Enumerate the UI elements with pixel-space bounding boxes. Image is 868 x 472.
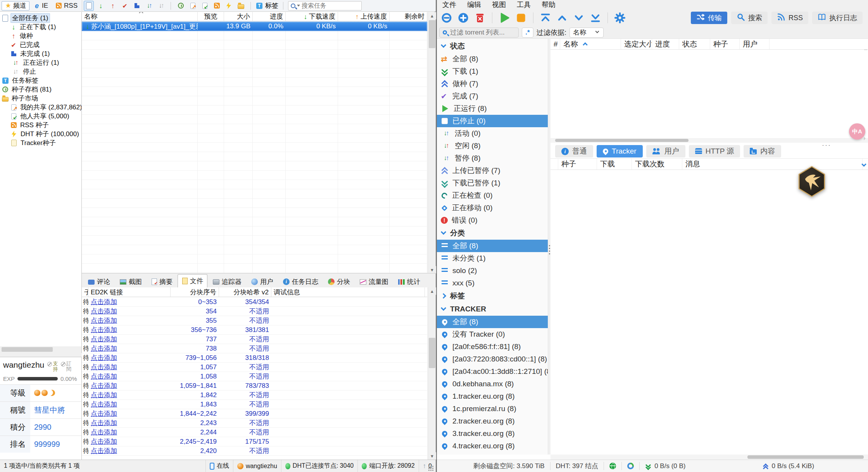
column-header[interactable]: 状态: [679, 39, 710, 49]
tracker-torrents-button[interactable]: [236, 1, 246, 11]
ed2k-add-link[interactable]: 点击添加: [91, 410, 117, 417]
tree-item[interactable]: 种子存档 (81): [0, 85, 81, 94]
stop-button[interactable]: [514, 11, 528, 24]
sidebar-item[interactable]: 5.45.69.185 (4): [437, 452, 548, 455]
scrollbar-thumb[interactable]: [2, 347, 53, 352]
column-header[interactable]: 消息: [682, 159, 863, 169]
column-header[interactable]: 选定大小: [621, 39, 652, 49]
tree-item[interactable]: 做种: [0, 31, 81, 40]
detail-tab-user[interactable]: 用户: [247, 276, 278, 287]
tree-horizontal-scrollbar[interactable]: [0, 346, 82, 353]
user-stat-value[interactable]: 彗星中將: [30, 405, 65, 415]
tree-item[interactable]: 正在下载 (1): [0, 22, 81, 31]
tree-item[interactable]: 全部任务 (1): [0, 14, 81, 22]
ed2k-add-link[interactable]: 点击添加: [91, 401, 117, 408]
stopped-filter-button[interactable]: [156, 1, 166, 11]
sidebar-item[interactable]: 3.tracker.eu.org (8): [437, 427, 548, 440]
scrollbar-thumb[interactable]: [747, 455, 864, 459]
others-share-button[interactable]: [200, 1, 210, 11]
tree-item[interactable]: 任务标签: [0, 76, 81, 85]
sidebar-item[interactable]: 正在移动 (0): [437, 202, 548, 214]
sidebar-item[interactable]: 2.tracker.eu.org (8): [437, 415, 548, 427]
column-header[interactable]: 剩余时: [390, 12, 427, 21]
download-filter-button[interactable]: [96, 1, 106, 11]
regex-toggle-button[interactable]: .*: [522, 28, 533, 38]
column-header[interactable]: 预览: [198, 12, 224, 21]
sidebar-section-TRACKER[interactable]: TRACKER: [437, 303, 548, 316]
tree-item[interactable]: 未完成 (1): [0, 49, 81, 58]
scroll-up-arrow[interactable]: ▲: [428, 287, 436, 295]
tree-item[interactable]: RSS 种子: [0, 121, 81, 130]
ed2k-add-link[interactable]: 点击添加: [91, 345, 117, 352]
sidebar-section-状态[interactable]: 状态: [437, 40, 548, 53]
detail-tab-log[interactable]: 任务日志: [278, 276, 323, 287]
qb-tab-HTTP 源[interactable]: HTTP 源: [689, 145, 740, 157]
menu-工具[interactable]: 工具: [511, 0, 536, 9]
menu-编辑[interactable]: 编辑: [462, 0, 487, 9]
detail-tab-stats[interactable]: 统计: [393, 276, 425, 287]
sidebar-item[interactable]: 正运行 (8): [437, 102, 548, 115]
tree-item[interactable]: DHT 种子 (100,000): [0, 130, 81, 138]
column-header[interactable]: 种子: [710, 39, 740, 49]
scroll-up-arrow[interactable]: ▲: [428, 12, 436, 19]
column-header[interactable]: 子: [82, 287, 88, 297]
ed2k-add-link[interactable]: 点击添加: [91, 298, 117, 306]
sidebar-item[interactable]: 暂停 (8): [437, 152, 548, 164]
column-header[interactable]: 分块哈希 v2: [219, 287, 271, 297]
sidebar-item[interactable]: 空闲 (8): [437, 140, 548, 152]
column-header[interactable]: 用户: [740, 39, 770, 49]
move-down-button[interactable]: [572, 11, 585, 24]
detail-tab-graph[interactable]: 流量图: [355, 276, 393, 287]
ed2k-add-link[interactable]: 点击添加: [91, 438, 117, 445]
sidebar-item[interactable]: 全部 (8): [437, 240, 548, 252]
move-bottom-button[interactable]: [589, 11, 602, 24]
unfinished-filter-button[interactable]: [132, 1, 142, 11]
scrollbar-thumb[interactable]: [429, 338, 435, 368]
sidebar-item[interactable]: 活动 (0): [437, 127, 548, 140]
detail-tab-image[interactable]: 截图: [115, 276, 146, 287]
menu-帮助[interactable]: 帮助: [536, 0, 561, 9]
detail-tab-tracker[interactable]: 追踪器: [208, 276, 246, 287]
sidebar-item[interactable]: 下载已暂停 (1): [437, 177, 548, 189]
tree-item[interactable]: 已完成: [0, 40, 81, 49]
options-button[interactable]: [613, 11, 626, 24]
qb-tab-内容[interactable]: 内容: [744, 145, 781, 157]
window-tab-star[interactable]: 频道: [2, 1, 29, 10]
qb-tab-用户[interactable]: 用户: [646, 145, 685, 157]
support-badge[interactable]: 支持: [47, 361, 58, 372]
new-task-button[interactable]: [84, 1, 94, 11]
view-button-search[interactable]: 搜索: [731, 12, 768, 24]
sidebar-item[interactable]: 正在检查 (0): [437, 189, 548, 202]
seed-filter-button[interactable]: [108, 1, 118, 11]
column-header[interactable]: ↑上传速度: [338, 12, 390, 21]
column-header[interactable]: 名称: [560, 39, 621, 49]
sidebar-item[interactable]: [2a04:ac00:1:3dd8::1:2710] (8): [437, 365, 548, 378]
filter-by-select[interactable]: 名称: [569, 28, 604, 38]
task-search-input[interactable]: [302, 2, 382, 9]
add-link-button[interactable]: [440, 11, 453, 24]
sidebar-item[interactable]: 4.tracker.eu.org (8): [437, 440, 548, 452]
sidebar-item[interactable]: [2a0f:e586:f:f::81] (8): [437, 341, 548, 353]
resize-grip[interactable]: [428, 465, 433, 471]
ed2k-vertical-scrollbar[interactable]: ▲ ▼: [428, 287, 436, 460]
sidebar-item[interactable]: 未分类 (1): [437, 252, 548, 265]
tag-button[interactable]: 标签: [255, 1, 278, 10]
sidebar-item[interactable]: 1c.premierzal.ru (8): [437, 403, 548, 415]
column-header[interactable]: 下载: [597, 159, 632, 169]
bottom-hscrollbar[interactable]: [550, 455, 868, 460]
xunlei-overlay-logo[interactable]: [797, 166, 827, 197]
search-dropdown-caret-icon[interactable]: [297, 5, 300, 7]
detail-tab-file[interactable]: 文件: [178, 274, 207, 287]
column-header[interactable]: 进度: [253, 12, 286, 21]
column-header[interactable]: 种子: [558, 159, 597, 169]
column-header[interactable]: ED2K 链接: [88, 287, 171, 297]
column-header[interactable]: 下载速度: [286, 12, 338, 21]
column-header[interactable]: 名称: [82, 12, 198, 21]
detail-tab-pie[interactable]: 分块: [323, 276, 354, 287]
ed2k-add-link[interactable]: 点击添加: [91, 308, 117, 315]
sidebar-item[interactable]: 没有 Tracker (0): [437, 328, 548, 341]
ed2k-add-link[interactable]: 点击添加: [91, 419, 117, 427]
window-tab-rss[interactable]: RSS: [52, 1, 81, 10]
torrent-filter-input[interactable]: [450, 29, 515, 36]
translate-badge[interactable]: 中A: [849, 123, 865, 140]
